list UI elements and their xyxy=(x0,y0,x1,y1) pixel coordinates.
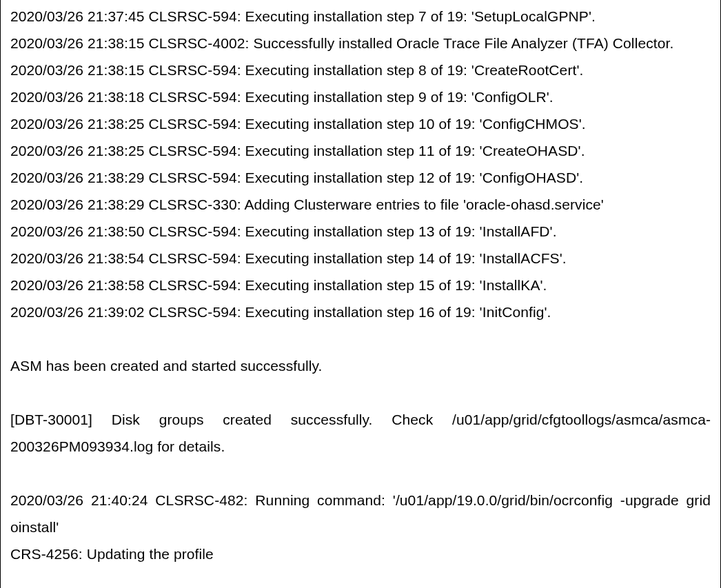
asm-message: ASM has been created and started success… xyxy=(10,352,711,379)
log-line: 2020/03/26 21:38:18 CLSRSC-594: Executin… xyxy=(10,83,711,110)
log-line: 2020/03/26 21:38:58 CLSRSC-594: Executin… xyxy=(10,272,711,298)
log-page: 2020/03/26 21:37:45 CLSRSC-594: Executin… xyxy=(0,0,721,588)
log-line: 2020/03/26 21:38:25 CLSRSC-594: Executin… xyxy=(10,137,711,164)
log-line: 2020/03/26 21:37:45 CLSRSC-594: Executin… xyxy=(10,3,711,30)
blank-line xyxy=(10,325,711,352)
log-line: 2020/03/26 21:38:50 CLSRSC-594: Executin… xyxy=(10,218,711,245)
blank-line xyxy=(10,460,711,487)
crs-message: CRS-4256: Updating the profile xyxy=(10,540,711,567)
log-line: 2020/03/26 21:38:15 CLSRSC-594: Executin… xyxy=(10,57,711,83)
log-line: 2020/03/26 21:38:29 CLSRSC-330: Adding C… xyxy=(10,191,711,218)
log-line: 2020/03/26 21:38:29 CLSRSC-594: Executin… xyxy=(10,164,711,191)
log-line: 2020/03/26 21:39:02 CLSRSC-594: Executin… xyxy=(10,298,711,325)
command-message: 2020/03/26 21:40:24 CLSRSC-482: Running … xyxy=(10,487,711,540)
log-line: 2020/03/26 21:38:54 CLSRSC-594: Executin… xyxy=(10,245,711,272)
log-line: 2020/03/26 21:38:25 CLSRSC-594: Executin… xyxy=(10,110,711,137)
dbt-message: [DBT-30001] Disk groups created successf… xyxy=(10,406,711,460)
blank-line xyxy=(10,379,711,406)
log-line: 2020/03/26 21:38:15 CLSRSC-4002: Success… xyxy=(10,30,711,57)
